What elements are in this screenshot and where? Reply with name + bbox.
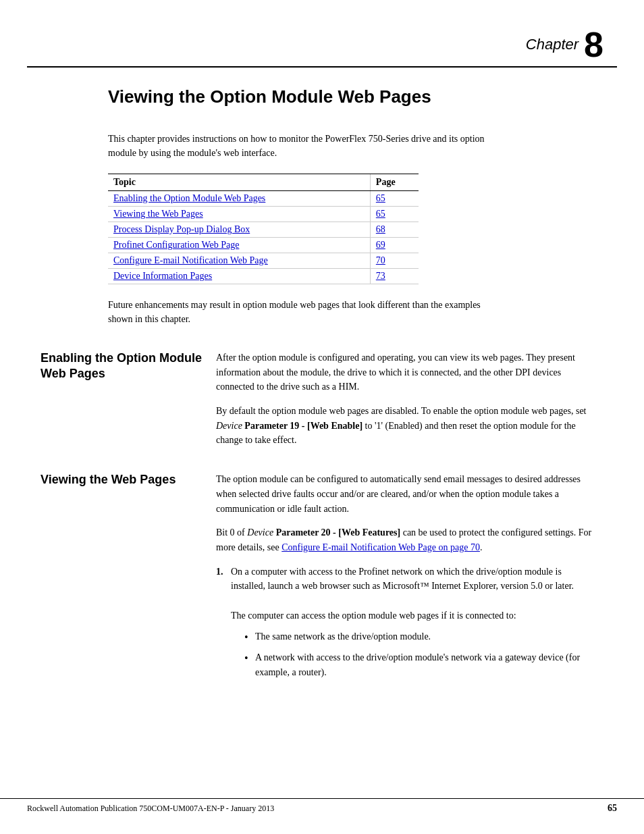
toc-page-link[interactable]: 69 (376, 240, 385, 250)
toc-page-cell: 70 (370, 253, 419, 269)
bullet-2-text: A network with access to the drive/optio… (255, 650, 594, 679)
section-heading-col-viewing: Viewing the Web Pages (41, 472, 216, 692)
toc-topic-cell: Process Display Pop-up Dialog Box (108, 222, 370, 238)
section-viewing: Viewing the Web Pages The option module … (41, 472, 603, 692)
step-1-text: On a computer with access to the Profine… (231, 567, 574, 592)
toc-page-cell: 69 (370, 238, 419, 253)
viewing-para-2: Bit 0 of Device Parameter 20 - [Web Feat… (216, 525, 594, 554)
future-paragraph: Future enhancements may result in option… (108, 298, 486, 326)
step-1: 1. On a computer with access to the Prof… (216, 565, 594, 684)
toc-page-link[interactable]: 68 (376, 224, 385, 234)
step-1-content: On a computer with access to the Profine… (231, 565, 594, 684)
toc-topic-link[interactable]: Profinet Configuration Web Page (113, 240, 239, 250)
toc-page-cell: 68 (370, 222, 419, 238)
bullet-icon-2: • (244, 650, 255, 679)
toc-page-link[interactable]: 73 (376, 271, 385, 281)
section-content-enabling: After the option module is configured an… (216, 350, 594, 448)
footer: Rockwell Automation Publication 750COM-U… (0, 798, 644, 814)
toc-page-cell: 65 (370, 207, 419, 222)
section-heading-viewing: Viewing the Web Pages (41, 472, 203, 488)
toc-table: Topic Page Enabling the Option Module We… (108, 174, 419, 284)
toc-topic-cell: Profinet Configuration Web Page (108, 238, 370, 253)
email-notification-link[interactable]: Configure E-mail Notification Web Page o… (281, 542, 480, 552)
toc-row: Profinet Configuration Web Page69 (108, 238, 419, 253)
toc-page-link[interactable]: 65 (376, 193, 385, 203)
page-title: Viewing the Option Module Web Pages (108, 86, 603, 107)
steps-list: 1. On a computer with access to the Prof… (216, 565, 594, 684)
viewing-para-1: The option module can be configured to a… (216, 472, 594, 516)
chapter-rule (27, 66, 617, 68)
toc-topic-link[interactable]: Configure E-mail Notification Web Page (113, 255, 268, 265)
section-heading-enabling: Enabling the Option Module Web Pages (41, 350, 203, 381)
enabling-para-2: By default the option module web pages a… (216, 404, 594, 448)
toc-topic-cell: Configure E-mail Notification Web Page (108, 253, 370, 269)
toc-row: Configure E-mail Notification Web Page70 (108, 253, 419, 269)
footer-publication: Rockwell Automation Publication 750COM-U… (27, 804, 274, 814)
toc-page-link[interactable]: 65 (376, 209, 385, 219)
toc-page-header: Page (370, 174, 419, 191)
footer-page: 65 (608, 803, 617, 814)
toc-row: Enabling the Option Module Web Pages65 (108, 191, 419, 207)
chapter-label: Chapter (526, 36, 579, 53)
bullet-2: • A network with access to the drive/opt… (244, 650, 594, 679)
page: Chapter 8 Viewing the Option Module Web … (0, 0, 644, 834)
bullet-1: • The same network as the drive/option m… (244, 629, 594, 646)
toc-topic-cell: Enabling the Option Module Web Pages (108, 191, 370, 207)
section-enabling: Enabling the Option Module Web Pages Aft… (41, 350, 603, 448)
chapter-header: Chapter 8 (0, 0, 644, 62)
toc-topic-header: Topic (108, 174, 370, 191)
toc-topic-link[interactable]: Process Display Pop-up Dialog Box (113, 224, 250, 234)
main-content: Viewing the Option Module Web Pages This… (0, 86, 644, 692)
toc-topic-link[interactable]: Device Information Pages (113, 271, 212, 281)
bullet-1-text: The same network as the drive/option mod… (255, 629, 431, 646)
toc-row: Viewing the Web Pages65 (108, 207, 419, 222)
bullet-list: • The same network as the drive/option m… (244, 629, 594, 679)
toc-topic-cell: Device Information Pages (108, 269, 370, 284)
toc-topic-link[interactable]: Enabling the Option Module Web Pages (113, 193, 265, 203)
toc-topic-cell: Viewing the Web Pages (108, 207, 370, 222)
toc-row: Device Information Pages73 (108, 269, 419, 284)
toc-page-cell: 65 (370, 191, 419, 207)
chapter-number: 8 (584, 27, 603, 62)
toc-row: Process Display Pop-up Dialog Box68 (108, 222, 419, 238)
bullet-icon-1: • (244, 629, 255, 646)
step-1-subtext: The computer can access the option modul… (231, 610, 516, 621)
toc-page-cell: 73 (370, 269, 419, 284)
toc-topic-link[interactable]: Viewing the Web Pages (113, 209, 203, 219)
section-content-viewing: The option module can be configured to a… (216, 472, 594, 692)
toc-page-link[interactable]: 70 (376, 255, 385, 265)
intro-paragraph: This chapter provides instructions on ho… (108, 132, 486, 160)
section-heading-col-enabling: Enabling the Option Module Web Pages (41, 350, 216, 448)
step-1-number: 1. (216, 565, 231, 684)
enabling-para-1: After the option module is configured an… (216, 350, 594, 394)
